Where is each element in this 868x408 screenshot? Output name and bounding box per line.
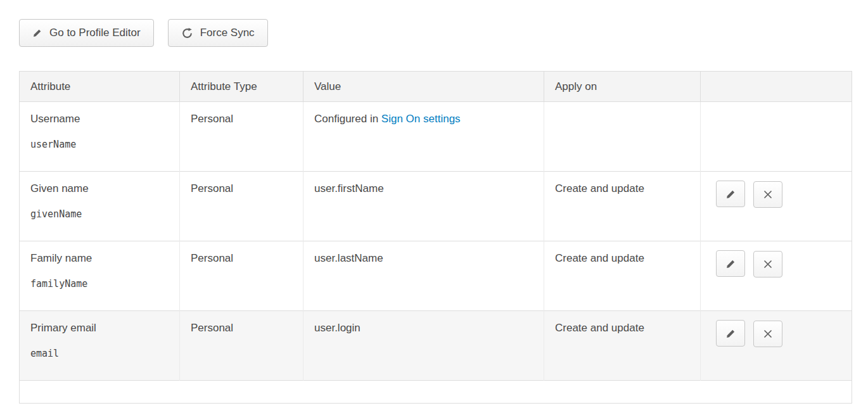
value-text: Configured in — [314, 113, 381, 125]
sign-on-settings-link[interactable]: Sign On settings — [381, 113, 461, 125]
header-value: Value — [303, 72, 544, 102]
pencil-icon — [32, 28, 42, 38]
header-apply-on: Apply on — [544, 72, 701, 102]
header-attribute: Attribute — [20, 72, 180, 102]
actions-cell actions-cell — [701, 311, 852, 381]
attribute-label: Given name — [30, 182, 169, 195]
value-cell: user.lastName — [303, 241, 544, 311]
actions-cell actions-cell — [701, 172, 852, 241]
attribute-variable-name: familyName — [30, 278, 169, 290]
table-head: Attribute Attribute Type Value Apply on — [20, 72, 852, 102]
go-to-profile-editor-button[interactable]: Go to Profile Editor — [19, 19, 154, 47]
force-sync-label: Force Sync — [200, 27, 255, 39]
attribute-type-cell: Personal — [180, 172, 303, 241]
delete-attribute-button[interactable] — [753, 181, 782, 208]
table-row-partial — [20, 381, 852, 404]
table-row: UsernameuserNamePersonalConfigured in Si… — [20, 102, 852, 172]
header-actions — [701, 72, 852, 102]
x-icon — [763, 259, 773, 269]
pencil-icon — [725, 328, 736, 339]
attribute-table-body: UsernameuserNamePersonalConfigured in Si… — [20, 102, 852, 404]
value-text: user.lastName — [314, 252, 383, 264]
attribute-variable-name: userName — [30, 139, 169, 150]
delete-attribute-button[interactable] — [753, 321, 782, 347]
refresh-icon — [181, 27, 193, 39]
force-sync-button[interactable]: Force Sync — [168, 19, 268, 47]
attribute-cell: Family namefamilyName — [20, 241, 180, 311]
attribute-cell: Given namegivenName — [20, 172, 180, 241]
pencil-icon — [725, 189, 736, 200]
value-text: user.login — [314, 322, 361, 334]
actions-cell actions-cell — [701, 241, 852, 311]
attribute-label: Family name — [30, 252, 169, 265]
apply-on-cell: Create and update — [544, 311, 701, 381]
attribute-type-cell: Personal — [180, 241, 303, 311]
table-row: Given namegivenNamePersonaluser.firstNam… — [20, 172, 852, 241]
toolbar: Go to Profile Editor Force Sync — [19, 19, 852, 47]
header-attribute-type: Attribute Type — [180, 72, 303, 102]
table-header-row: Attribute Attribute Type Value Apply on — [20, 72, 852, 102]
attribute-cell: Primary emailemail — [20, 311, 180, 381]
edit-attribute-button[interactable] — [716, 320, 745, 347]
attribute-cell: UsernameuserName — [20, 102, 180, 172]
pencil-icon — [725, 258, 736, 269]
attribute-type-cell: Personal — [180, 102, 303, 172]
attribute-variable-name: email — [30, 348, 169, 359]
edit-attribute-button[interactable] — [716, 181, 745, 207]
apply-on-cell: Create and update — [544, 241, 701, 311]
value-text: user.firstName — [314, 182, 384, 194]
value-cell: user.firstName — [303, 172, 544, 241]
actions-cell actions-cell — [701, 102, 852, 172]
edit-attribute-button[interactable] — [716, 250, 745, 277]
attribute-type-cell: Personal — [180, 311, 303, 381]
delete-attribute-button[interactable] — [753, 251, 782, 277]
table-row: Primary emailemailPersonaluser.loginCrea… — [20, 311, 852, 381]
attribute-label: Primary email — [30, 322, 169, 335]
attribute-label: Username — [30, 113, 169, 125]
attribute-variable-name: givenName — [30, 208, 169, 220]
apply-on-cell — [544, 102, 701, 172]
attribute-mappings-page: Go to Profile Editor Force Sync Attribut… — [0, 0, 868, 404]
attribute-mappings-table: Attribute Attribute Type Value Apply on … — [19, 71, 852, 404]
go-to-profile-editor-label: Go to Profile Editor — [49, 27, 141, 39]
x-icon — [763, 189, 773, 200]
value-cell: Configured in Sign On settings — [303, 102, 544, 172]
apply-on-cell: Create and update — [544, 172, 701, 241]
table-row: Family namefamilyNamePersonaluser.lastNa… — [20, 241, 852, 311]
empty-cell — [20, 381, 852, 404]
value-cell: user.login — [303, 311, 544, 381]
x-icon — [763, 329, 773, 339]
